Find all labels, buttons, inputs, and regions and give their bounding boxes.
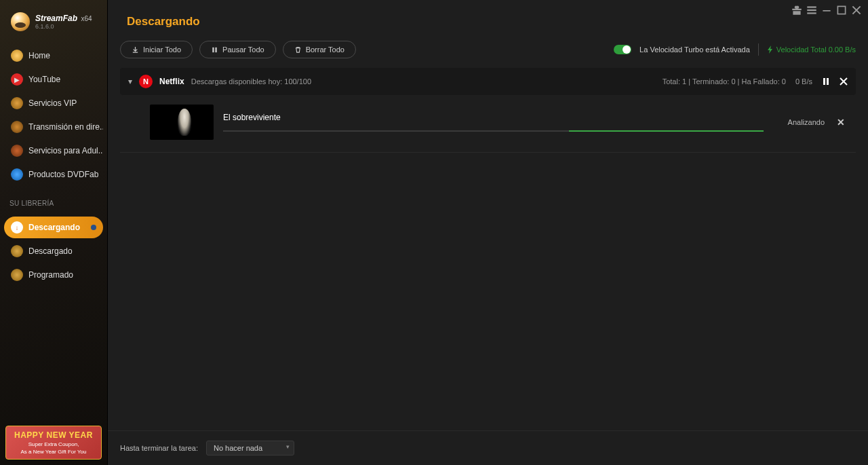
nav-label: Servicios VIP xyxy=(28,98,77,108)
svg-rect-9 xyxy=(823,78,825,85)
window-controls xyxy=(791,4,863,16)
nav-label: Transmisión en dire... xyxy=(28,122,103,132)
nav-label: Programado xyxy=(28,270,73,280)
availability-text: Descargas disponibles hoy: 100/100 xyxy=(191,77,311,86)
pause-all-button[interactable]: Pausar Todo xyxy=(199,41,276,58)
svg-rect-10 xyxy=(827,78,829,85)
group-stats: Total: 1 | Terminado: 0 | Ha Fallado: 0 xyxy=(663,77,786,86)
promo-sub1: Super Extra Coupon, xyxy=(9,441,98,447)
trash-icon xyxy=(294,46,302,54)
item-cancel-button[interactable]: ✕ xyxy=(834,114,848,130)
nav-youtube[interactable]: ▶ YouTube xyxy=(4,69,103,90)
nav-label: Descargado xyxy=(28,246,73,256)
svg-rect-0 xyxy=(807,6,816,7)
group-close-button[interactable] xyxy=(840,77,848,86)
pause-icon xyxy=(211,46,218,54)
nav-label: YouTube xyxy=(28,75,60,84)
group-rate: 0 B/s xyxy=(795,77,812,86)
toolbar-right: La Velocidad Turbo está Activada Velocid… xyxy=(614,43,856,56)
button-label: Pausar Todo xyxy=(222,45,264,54)
nav-label: Servicios para Adul... xyxy=(28,146,103,155)
home-icon xyxy=(11,50,23,62)
menu-icon[interactable] xyxy=(806,4,818,16)
item-body: El sobreviviente xyxy=(223,113,764,132)
nav-label: Descargando xyxy=(28,223,80,232)
app-logo-area: StreamFab x64 6.1.6.0 xyxy=(0,0,107,39)
svg-rect-3 xyxy=(823,10,830,12)
progress-fill xyxy=(569,130,764,132)
svg-rect-8 xyxy=(215,47,216,52)
netflix-icon: N xyxy=(139,75,153,88)
nav-adult-services[interactable]: Servicios para Adul... xyxy=(4,140,103,162)
clear-all-button[interactable]: Borrar Todo xyxy=(283,41,356,58)
item-title: El sobreviviente xyxy=(223,113,764,122)
footer-bar: Hasta terminar la tarea: No hacer nada xyxy=(108,430,868,465)
download-item: El sobreviviente Analizando ✕ xyxy=(120,95,856,153)
nav-library: ↓ Descargando Descargado Programado xyxy=(0,211,107,288)
after-task-label: Hasta terminar la tarea: xyxy=(120,444,198,452)
close-button[interactable] xyxy=(850,4,863,16)
bolt-icon xyxy=(767,45,774,54)
divider xyxy=(758,43,759,56)
promo-title: HAPPY NEW YEAR xyxy=(9,430,98,440)
youtube-icon: ▶ xyxy=(11,73,23,86)
nav-downloading[interactable]: ↓ Descargando xyxy=(4,217,103,238)
promo-sub2: As a New Year Gift For You xyxy=(9,449,98,455)
nav-vip-services[interactable]: Servicios VIP xyxy=(4,92,103,114)
group-pause-button[interactable] xyxy=(822,77,830,86)
speed-text: Velocidad Total 0.00 B/s xyxy=(776,45,856,54)
service-name: Netflix xyxy=(159,77,184,86)
promo-banner[interactable]: HAPPY NEW YEAR Super Extra Coupon, As a … xyxy=(5,426,102,460)
download-group: ▾ N Netflix Descargas disponibles hoy: 1… xyxy=(120,68,856,153)
nav-live-stream[interactable]: Transmisión en dire... xyxy=(4,116,103,138)
app-version: 6.1.6.0 xyxy=(35,23,92,30)
nav-scheduled[interactable]: Programado xyxy=(4,264,103,286)
dvdfab-icon xyxy=(11,168,23,181)
progress-bar xyxy=(223,130,764,132)
turbo-label: La Velocidad Turbo está Activada xyxy=(639,45,750,54)
svg-rect-1 xyxy=(807,10,816,11)
chevron-down-icon[interactable]: ▾ xyxy=(128,77,132,86)
turbo-toggle[interactable] xyxy=(614,45,631,54)
adult-icon xyxy=(11,145,23,157)
app-logo-icon xyxy=(11,12,30,31)
app-logo-text: StreamFab x64 6.1.6.0 xyxy=(35,14,92,30)
main-panel: Descargando Iniciar Todo Pausar Todo Bor… xyxy=(108,0,868,465)
item-status: Analizando xyxy=(773,118,825,126)
nav-home[interactable]: Home xyxy=(4,45,103,67)
svg-rect-4 xyxy=(837,6,845,14)
total-speed: Velocidad Total 0.00 B/s xyxy=(767,45,856,54)
vip-icon xyxy=(11,97,23,109)
group-header: ▾ N Netflix Descargas disponibles hoy: 1… xyxy=(120,68,856,95)
live-icon xyxy=(11,121,23,133)
select-value: No hacer nada xyxy=(214,444,262,452)
nav-downloaded[interactable]: Descargado xyxy=(4,240,103,262)
page-title: Descargando xyxy=(120,0,856,38)
svg-rect-7 xyxy=(212,47,214,52)
toolbar: Iniciar Todo Pausar Todo Borrar Todo La … xyxy=(108,38,868,68)
maximize-button[interactable] xyxy=(835,4,848,16)
minimize-button[interactable] xyxy=(821,4,833,16)
activity-dot-icon xyxy=(91,225,96,230)
scheduled-icon xyxy=(11,269,23,281)
item-thumbnail xyxy=(150,105,214,140)
library-section-header: SU LIBRERÍA xyxy=(0,187,107,211)
downloaded-icon xyxy=(11,245,23,257)
svg-rect-2 xyxy=(807,12,816,14)
app-arch: x64 xyxy=(81,15,92,22)
app-name-text: StreamFab xyxy=(35,14,77,23)
nav-label: Home xyxy=(28,51,50,60)
nav-primary: Home ▶ YouTube Servicios VIP Transmisión… xyxy=(0,39,107,187)
nav-label: Productos DVDFab xyxy=(28,170,98,179)
sidebar: StreamFab x64 6.1.6.0 Home ▶ YouTube Ser… xyxy=(0,0,108,465)
download-icon xyxy=(132,46,139,54)
group-stats-wrap: Total: 1 | Terminado: 0 | Ha Fallado: 0 … xyxy=(663,77,848,86)
after-task-select[interactable]: No hacer nada xyxy=(206,441,294,455)
download-icon: ↓ xyxy=(11,221,23,234)
button-label: Borrar Todo xyxy=(306,45,344,54)
button-label: Iniciar Todo xyxy=(143,45,181,54)
nav-dvdfab-products[interactable]: Productos DVDFab xyxy=(4,164,103,185)
app-name: StreamFab x64 xyxy=(35,14,92,23)
gift-icon[interactable] xyxy=(791,4,803,16)
start-all-button[interactable]: Iniciar Todo xyxy=(120,41,193,58)
